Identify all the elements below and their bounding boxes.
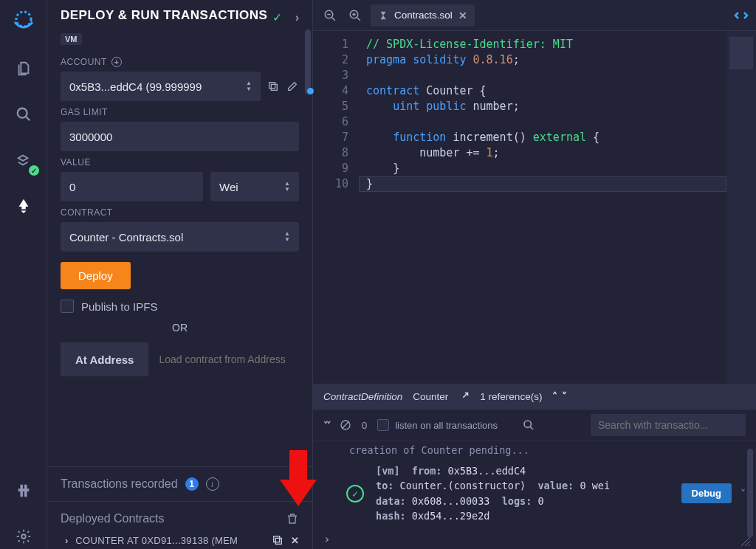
svg-line-2 [25, 117, 30, 121]
value-unit: Wei [219, 181, 238, 193]
edit-account-icon[interactable] [286, 80, 299, 92]
deployed-contract-label: COUNTER AT 0XD91...39138 (MEM [75, 535, 238, 546]
publish-ipfs-label: Publish to IPFS [81, 300, 157, 313]
refbar-name: Counter [413, 391, 448, 402]
deploy-button[interactable]: Deploy [61, 262, 131, 289]
terminal-pending-line: creation of Counter pending... [346, 444, 756, 456]
svg-rect-6 [275, 538, 281, 544]
listen-label: listen on all transactions [395, 420, 498, 431]
svg-line-16 [342, 421, 348, 428]
contract-select[interactable]: Counter - Contracts.sol ▲▼ [61, 222, 299, 252]
recorded-count-badge: 1 [185, 477, 199, 491]
left-iconbar: ✓ [0, 0, 47, 549]
value-input[interactable]: 0 [61, 172, 203, 201]
log-expand-icon[interactable]: ˅ [740, 488, 746, 500]
share-icon[interactable] [458, 391, 470, 402]
app-logo-icon[interactable] [9, 6, 38, 35]
account-label: ACCOUNT + [61, 57, 299, 67]
add-account-icon[interactable]: + [111, 57, 122, 67]
vm-badge: VM [61, 33, 82, 45]
account-select[interactable]: 0x5B3...eddC4 (99.999999 ▲▼ [61, 72, 261, 101]
ban-icon[interactable] [340, 419, 351, 431]
deploy-panel: DEPLOY & RUN TRANSACTIONS ✓ › VM ACCOUNT… [47, 0, 313, 549]
compiler-icon[interactable]: ✓ [11, 148, 36, 173]
minimap[interactable] [726, 31, 756, 384]
copy-contract-icon[interactable] [272, 534, 284, 546]
terminal-scrollbar[interactable] [747, 449, 753, 537]
refbar-refs[interactable]: 1 reference(s) [480, 391, 542, 402]
solidity-file-icon [378, 10, 388, 21]
panel-chevron-icon[interactable]: › [295, 11, 299, 24]
reference-bar: ContractDefinition Counter 1 reference(s… [313, 384, 756, 409]
account-value: 0x5B3...eddC4 (99.999999 [69, 80, 205, 93]
at-address-button[interactable]: At Address [61, 342, 148, 376]
svg-rect-5 [269, 83, 275, 89]
refbar-kind: ContractDefinition [323, 391, 402, 402]
info-icon[interactable]: i [206, 477, 219, 491]
files-icon[interactable] [11, 56, 36, 81]
code-area[interactable]: // SPDX-License-Identifier: MITpragma so… [359, 31, 726, 384]
svg-rect-4 [271, 84, 277, 90]
pending-count: 0 [362, 420, 367, 431]
terminal-search-input[interactable] [591, 414, 746, 436]
log-text: [vm] from: 0x5B3...eddC4 to: Counter.(co… [376, 463, 610, 523]
terminal-search-icon[interactable] [523, 419, 535, 431]
svg-line-18 [530, 427, 533, 429]
gas-label: GAS LIMIT [61, 107, 299, 117]
debug-button[interactable]: Debug [681, 483, 732, 503]
value-label: VALUE [61, 157, 299, 168]
svg-point-17 [524, 421, 531, 427]
tab-filename: Contracts.sol [394, 10, 453, 21]
contract-label: CONTRACT [61, 207, 299, 218]
contract-value: Counter - Contracts.sol [69, 231, 183, 244]
editor-tabbar: Contracts.sol ✕ [313, 0, 756, 31]
terminal-panel: ˅˅ 0 listen on all transactions creation… [313, 409, 756, 549]
clear-deployed-icon[interactable] [286, 512, 299, 525]
line-gutter: 12345678910 [313, 31, 359, 384]
ref-down-icon[interactable]: ˅ [562, 390, 567, 402]
zoom-in-icon[interactable] [346, 9, 365, 22]
panel-scrollbar[interactable] [305, 30, 311, 94]
at-address-input[interactable] [148, 342, 299, 376]
publish-ipfs-checkbox[interactable] [61, 300, 74, 313]
or-divider: OR [61, 322, 299, 334]
success-check-icon: ✓ [346, 485, 364, 503]
svg-rect-7 [274, 536, 280, 542]
recorded-chevron-icon[interactable]: › [295, 477, 299, 491]
main-area: Contracts.sol ✕ 12345678910 // SPDX-Lice… [313, 0, 756, 549]
svg-point-1 [17, 108, 27, 118]
remove-contract-icon[interactable]: ✕ [291, 535, 299, 546]
terminal-collapse-icon[interactable]: ˅˅ [323, 420, 329, 431]
file-tab[interactable]: Contracts.sol ✕ [371, 4, 475, 27]
gas-input[interactable]: 3000000 [61, 122, 299, 151]
recorded-label: Transactions recorded [61, 477, 178, 491]
svg-line-12 [357, 17, 360, 21]
transactions-recorded-row[interactable]: Transactions recorded 1 i › [47, 466, 312, 502]
panel-title: DEPLOY & RUN TRANSACTIONS [61, 7, 267, 23]
terminal-log-entry[interactable]: ✓ [vm] from: 0x5B3...eddC4 to: Counter.(… [346, 456, 756, 531]
settings-icon[interactable] [11, 524, 36, 549]
copy-account-icon[interactable] [267, 80, 280, 92]
svg-line-9 [331, 17, 335, 21]
ref-up-icon[interactable]: ˄ [552, 390, 557, 402]
value-amount: 0 [69, 181, 75, 193]
status-check-icon: ✓ [272, 10, 282, 24]
terminal-prompt-icon[interactable]: › [313, 532, 756, 549]
plugin-icon[interactable] [11, 478, 36, 503]
search-icon[interactable] [11, 102, 36, 127]
svg-point-3 [21, 534, 26, 539]
expand-editor-icon[interactable] [734, 11, 749, 20]
listen-checkbox[interactable] [377, 419, 389, 431]
close-tab-icon[interactable]: ✕ [458, 10, 467, 21]
value-unit-select[interactable]: Wei ▲▼ [210, 172, 299, 201]
zoom-out-icon[interactable] [320, 9, 340, 22]
resize-handle-icon[interactable] [741, 537, 750, 546]
code-editor[interactable]: 12345678910 // SPDX-License-Identifier: … [313, 31, 756, 384]
deploy-icon[interactable] [11, 193, 36, 218]
gas-value: 3000000 [69, 131, 112, 143]
expand-contract-icon[interactable]: › [65, 535, 68, 546]
deployed-contract-row[interactable]: › COUNTER AT 0XD91...39138 (MEM ✕ [61, 525, 299, 546]
deployed-header-label: Deployed Contracts [61, 512, 165, 525]
